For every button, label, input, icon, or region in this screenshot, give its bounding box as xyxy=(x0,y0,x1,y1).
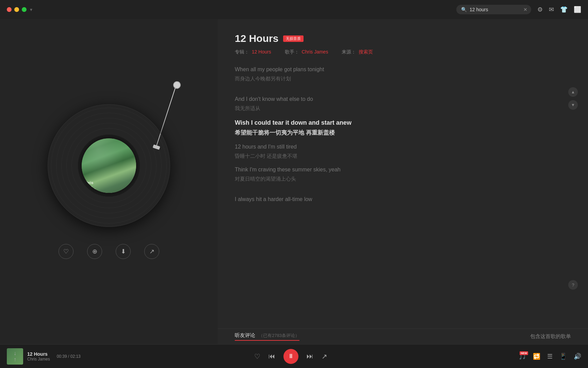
player-artist-name: Chris James xyxy=(27,357,50,362)
maximize-button[interactable] xyxy=(22,7,27,12)
song-title-row: 12 Hours 无损音质 xyxy=(235,33,571,44)
main-content: chris12 H... ♡ ⊕ ⬇ ↗ 12 Hours 无损音质 专辑： 1… xyxy=(0,19,588,344)
search-icon: 🔍 xyxy=(461,7,467,12)
new-badge: NEW xyxy=(520,351,528,355)
lyric-line-4: 12 hours and I'm still tired 昏睡十二小时 还是疲惫… xyxy=(235,142,571,160)
right-panel: 12 Hours 无损音质 专辑： 12 Hours 歌手： Chris Jam… xyxy=(218,19,588,344)
player-time: 00:39 / 02:13 xyxy=(57,354,81,359)
scroll-buttons: ▲ ▼ xyxy=(568,87,578,110)
help-button[interactable]: ? xyxy=(568,280,578,290)
album-meta: 专辑： 12 Hours xyxy=(235,49,271,55)
close-button[interactable] xyxy=(7,7,12,12)
devices-button[interactable]: 📱 xyxy=(559,353,567,360)
lyric-line-5: Think I'm craving these summer skies, ye… xyxy=(235,165,571,183)
volume-button[interactable]: 🔊 xyxy=(574,353,581,360)
search-bar[interactable]: 🔍 ✕ xyxy=(456,5,531,14)
left-panel: chris12 H... ♡ ⊕ ⬇ ↗ xyxy=(0,19,218,344)
artist-link[interactable]: Chris James xyxy=(302,49,328,55)
song-header: 12 Hours 无损音质 专辑： 12 Hours 歌手： Chris Jam… xyxy=(235,33,571,55)
player-song-name: 12 Hours xyxy=(27,351,50,357)
bottom-tabs: 听友评论 （已有2783条评论） 包含这首歌的歌单 xyxy=(218,328,588,344)
lyric-zh-2: 我无所适从 xyxy=(235,104,571,112)
add-to-playlist-button[interactable]: ⊕ xyxy=(87,244,102,259)
tab-comments-count: （已有2783条评论） xyxy=(259,333,299,338)
lyric-line-3-active: Wish I could tear it down and start anew… xyxy=(235,117,571,138)
action-buttons: ♡ ⊕ ⬇ ↗ xyxy=(59,244,159,259)
player-thumbnail: ↓ ↑ xyxy=(7,348,23,365)
player-controls: ♡ ⏮ ⏸ ⏭ ↗ xyxy=(102,349,479,364)
chevron-down-icon[interactable]: ▾ xyxy=(30,7,32,12)
titlebar-right: 🔍 ✕ ⚙ ✉ 👕 ⬜ xyxy=(456,5,581,14)
lyric-line-2: And I don't know what else to do 我无所适从 xyxy=(235,94,571,112)
player-track-info: ↓ ↑ 12 Hours Chris James 00:39 / 02:13 xyxy=(7,348,102,365)
window-icon[interactable]: ⬜ xyxy=(574,6,581,13)
minimize-button[interactable] xyxy=(14,7,19,12)
lyric-spacer-2 xyxy=(235,188,571,195)
like-button[interactable]: ♡ xyxy=(59,244,74,259)
arrow-up-icon: ↑ xyxy=(14,356,16,363)
lyric-en-6: I always hit a harder all-time low xyxy=(235,195,571,204)
player-right-controls: 🎵 NEW 🔁 ☰ 📱 🔊 xyxy=(479,353,581,360)
player-thumb-nav: ↓ ↑ xyxy=(14,350,16,363)
album-cover: chris12 H... xyxy=(82,138,136,193)
lyric-zh-4: 昏睡十二小时 还是疲惫不堪 xyxy=(235,152,571,160)
download-button[interactable]: ⬇ xyxy=(116,244,131,259)
player-heart-button[interactable]: ♡ xyxy=(254,352,260,361)
prev-button[interactable]: ⏮ xyxy=(268,352,275,360)
repeat-button[interactable]: 🔁 xyxy=(533,353,540,360)
lyric-en-4: 12 hours and I'm still tired xyxy=(235,142,571,152)
titlebar: ▾ 🔍 ✕ ⚙ ✉ 👕 ⬜ xyxy=(0,0,588,19)
artist-label: 歌手： xyxy=(285,49,299,55)
vinyl-record-container: chris12 H... xyxy=(48,104,170,227)
artist-meta: 歌手： Chris James xyxy=(285,49,328,55)
lyric-zh-5: 对夏日晴空的渴望涌上心头 xyxy=(235,175,571,183)
lyric-en-5: Think I'm craving these summer skies, ye… xyxy=(235,165,571,175)
album-label: 专辑： xyxy=(235,49,249,55)
source-meta: 来源： 搜索页 xyxy=(342,49,373,55)
tab-playlists[interactable]: 包含这首歌的歌单 xyxy=(530,333,571,340)
player-bar: ↓ ↑ 12 Hours Chris James 00:39 / 02:13 ♡… xyxy=(0,344,588,368)
lyric-en-1: When all my people got plans tonight xyxy=(235,65,571,75)
lyric-spacer-1 xyxy=(235,88,571,94)
tab-comments-label: 听友评论 xyxy=(235,332,255,338)
arrow-down-icon: ↓ xyxy=(14,350,16,356)
search-input[interactable] xyxy=(470,7,521,12)
scroll-down-button[interactable]: ▼ xyxy=(568,100,578,110)
scroll-up-button[interactable]: ▲ xyxy=(568,87,578,97)
pause-button[interactable]: ⏸ xyxy=(283,349,298,364)
song-title: 12 Hours xyxy=(235,33,278,44)
lyrics-container: When all my people got plans tonight 而身边… xyxy=(235,65,571,204)
lyric-en-3: Wish I could tear it down and start anew xyxy=(235,117,571,128)
album-link[interactable]: 12 Hours xyxy=(252,49,271,55)
player-artist: Chris James xyxy=(27,357,50,362)
vinyl-record: chris12 H... xyxy=(48,104,170,227)
mail-icon[interactable]: ✉ xyxy=(549,6,554,13)
lyrics-button[interactable]: ↗ xyxy=(322,352,327,361)
album-cover-inner: chris12 H... xyxy=(82,138,136,193)
settings-icon[interactable]: ⚙ xyxy=(537,6,543,13)
queue-button[interactable]: ☰ xyxy=(547,353,553,360)
share-button[interactable]: ↗ xyxy=(144,244,159,259)
clear-icon[interactable]: ✕ xyxy=(523,7,527,12)
source-link[interactable]: 搜索页 xyxy=(359,49,373,55)
lyric-en-2: And I don't know what else to do xyxy=(235,94,571,104)
lyric-line-1: When all my people got plans tonight 而身边… xyxy=(235,65,571,83)
lyric-line-6: I always hit a harder all-time low xyxy=(235,195,571,204)
window-controls xyxy=(7,7,27,12)
song-meta: 专辑： 12 Hours 歌手： Chris James 来源： 搜索页 xyxy=(235,49,571,55)
source-label: 来源： xyxy=(342,49,356,55)
shirt-icon[interactable]: 👕 xyxy=(560,6,568,13)
lyric-zh-3: 希望能干脆将一切夷为平地 再重新盖楼 xyxy=(235,128,571,137)
playlist-new-button[interactable]: 🎵 NEW xyxy=(519,353,526,360)
lyric-zh-1: 而身边人今晚都另有计划 xyxy=(235,75,571,83)
player-info-text: 12 Hours Chris James xyxy=(27,351,50,362)
tab-comments[interactable]: 听友评论 （已有2783条评论） xyxy=(235,332,299,341)
lossless-badge: 无损音质 xyxy=(283,35,304,42)
next-button[interactable]: ⏭ xyxy=(307,352,313,360)
